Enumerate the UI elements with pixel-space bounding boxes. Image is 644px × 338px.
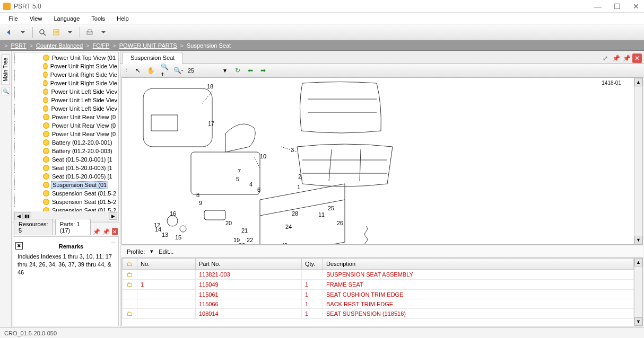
table-row[interactable]: 1150611SEAT CUSHION TRIM EDGE [123,290,634,299]
grid-header-icon[interactable]: 🗀 [123,259,137,270]
tree-view[interactable]: Power Unit Top View (01Power Unit Right … [13,52,119,221]
tree-item[interactable]: Power Unit Left Side Viev [14,104,118,113]
print-dropdown[interactable] [98,26,109,38]
diagram-viewer[interactable]: 1418-01 [121,77,643,245]
scroll-up-icon[interactable]: ︿ [110,238,117,245]
cell-qty: 1 [302,299,323,309]
cell-desc: SEAT CUSHION TRIM EDGE [323,290,634,299]
pin-doc-icon-2[interactable]: 📌 [622,54,631,63]
parts-tab[interactable]: Parts: 1 (17) [55,219,91,235]
grid-header-desc[interactable]: Description [323,259,634,270]
resources-tab[interactable]: Resources: 5 [14,219,53,235]
callout-number: 14 [155,226,161,233]
table-row[interactable]: 1150661BACK REST TRIM EDGE [123,299,634,309]
zoom-value[interactable]: 25 [186,67,217,74]
table-row[interactable]: 🗀113821-003SUSPENSION SEAT ASSEMBLY [123,270,634,280]
close-panel-icon[interactable]: ✕ [112,228,118,235]
callout-number: 22 [247,237,253,243]
grid-scrollbar[interactable]: ▲ ▼ [634,258,642,326]
pan-tool[interactable]: ✋ [145,65,156,76]
breadcrumb-item[interactable]: FC/FP [93,42,110,49]
scroll-up-button[interactable]: ▲ [634,78,642,86]
tree-item[interactable]: Power Unit Rear View (0 [14,113,118,121]
menu-file[interactable]: File [3,14,23,23]
tree-item[interactable]: Suspension Seat (01.5-2 [14,198,118,206]
seat-diagram: 1234567891011121314151617181920212223242… [122,78,631,245]
menu-tools[interactable]: Tools [86,14,110,23]
viewer-scrollbar[interactable]: ▲ ▼ [634,78,642,244]
tree-item[interactable]: Seat (01.5-20.0-001) [1 [14,155,118,164]
tree-item[interactable]: Power Unit Top View (01 [14,54,118,62]
callout-number: 11 [318,211,325,218]
tree-item[interactable]: Power Unit Rear View (0 [14,130,118,138]
menu-bar: File View Language Tools Help [0,13,644,24]
tree-item[interactable]: Power Unit Left Side Viev [14,96,118,104]
callout-number: 20 [225,220,232,226]
grid-header-no[interactable]: No. [137,259,196,270]
table-row[interactable]: 🗀11150491FRAME SEAT [123,280,634,290]
tree-item[interactable]: Seat (01.5-20.0-005) [1 [14,172,118,181]
tree-item[interactable]: Seat (01.5-20.0-003) [1 [14,164,118,172]
callout-number: 16 [170,210,176,217]
cell-desc: SEAT SUSPENSION (118516) [323,309,634,319]
pin-icon-2[interactable]: 📌 [102,228,110,235]
back-button[interactable] [3,26,15,38]
cell-part: 108014 [196,309,302,319]
menu-view[interactable]: View [24,14,48,23]
tree-item[interactable]: Power Unit Right Side Vie [14,79,118,87]
tree-item[interactable]: Suspension Seat (01 [14,181,118,189]
menu-help[interactable]: Help [111,14,134,23]
nav-prev-icon[interactable]: ⬅ [245,65,256,76]
profile-dropdown[interactable]: ▾ [150,248,153,255]
tree-item[interactable]: Power Unit Right Side Vie [14,62,118,70]
close-button[interactable]: ✕ [631,2,641,11]
tree-item[interactable]: Suspension Seat (01.5-2 [14,206,118,211]
tree-item-label: Power Unit Rear View (0 [51,131,117,137]
breadcrumb-item[interactable]: Counter Balanced [36,42,83,49]
breadcrumb-item[interactable]: POWER UNIT PARTS [119,42,177,49]
minimize-button[interactable]: — [593,2,603,11]
zoom-in-icon[interactable]: 🔍+ [160,65,171,76]
dropdown-toggle[interactable] [17,26,29,38]
tree-item[interactable]: Power Unit Right Side Vie [14,70,118,79]
scroll-right-button[interactable]: ▶ [109,212,117,220]
pin-doc-icon[interactable]: 📌 [611,54,621,63]
left-pane: Power Unit Top View (01Power Unit Right … [12,51,120,327]
tree-item[interactable]: Battery (01.2-20.0-003) [14,147,118,155]
notes-icon[interactable] [50,26,62,38]
scroll-down-button[interactable]: ▼ [634,236,642,244]
tree-item-label: Battery (01.2-20.0-003) [51,148,114,154]
grid-scroll-up[interactable]: ▲ [634,258,642,266]
close-doc-icon[interactable]: ✕ [632,54,642,63]
maximize-button[interactable]: ☐ [612,2,622,11]
profile-edit-link[interactable]: Edit... [159,248,173,255]
menu-language[interactable]: Language [48,14,85,23]
grid-header-qty[interactable]: Qty. [302,259,323,270]
tree-item[interactable]: Power Unit Rear View (0 [14,121,118,130]
pointer-tool[interactable]: ↖ [133,65,143,76]
zoom-out-icon[interactable]: 🔍- [173,65,184,76]
breadcrumb-item[interactable]: PSRT [11,42,26,49]
search-icon[interactable] [37,26,48,38]
cell-qty: 1 [302,280,323,290]
folder-icon: 🗀 [127,271,133,278]
refresh-icon[interactable]: ↻ [232,65,243,76]
dropdown-toggle-2[interactable] [64,26,76,38]
callout-number: 17 [208,120,214,127]
main-tree-tab[interactable]: Main Tree [1,54,10,85]
zoom-dropdown[interactable]: ▾ [220,65,230,76]
tree-item[interactable]: Power Unit Left Side Viev [14,87,118,96]
grid-scroll-down[interactable]: ▼ [634,317,642,326]
pin-icon[interactable]: 📌 [93,228,100,235]
tree-item[interactable]: Suspension Seat (01.5-2 [14,189,118,198]
status-text: CRO_01.5-20.0-050 [4,330,57,336]
grid-header-part[interactable]: Part No. [196,259,302,270]
table-row[interactable]: 🗀1080141SEAT SUSPENSION (118516) [123,309,634,319]
nav-next-icon[interactable]: ➡ [258,65,268,76]
tree-item-label: Battery (01.2-20.0-001) [51,139,114,146]
search-side-icon[interactable]: 🔍 [2,87,10,95]
tree-item[interactable]: Battery (01.2-20.0-001) [14,138,118,147]
print-icon[interactable] [84,26,95,38]
doc-tab-suspension-seat[interactable]: Suspension Seat [123,52,182,64]
expand-icon[interactable]: ⤢ [601,54,610,63]
